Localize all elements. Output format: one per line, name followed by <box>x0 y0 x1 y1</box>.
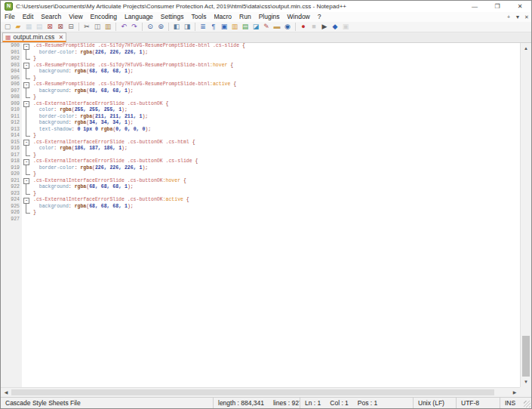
code-text[interactable]: } <box>31 56 36 63</box>
code-text[interactable]: } <box>31 94 36 101</box>
code-text[interactable] <box>31 217 33 223</box>
vertical-scrollbar[interactable]: ▲ ▼ <box>520 43 531 387</box>
status-insert-mode[interactable]: INS <box>500 398 531 408</box>
code-text[interactable]: border-color: rgba(211, 211, 211, 1); <box>31 114 148 121</box>
vertical-scrollbar-thumb[interactable] <box>522 336 530 377</box>
code-text[interactable]: } <box>31 133 36 140</box>
file-monitoring-eye-icon[interactable]: ◉ <box>283 22 293 32</box>
menu-file[interactable]: File <box>1 12 19 22</box>
close-file-icon[interactable]: ⊠ <box>45 22 55 32</box>
menu-encoding[interactable]: Encoding <box>87 12 121 22</box>
menu-window[interactable]: Window <box>284 12 314 22</box>
code-text[interactable]: color: rgba(255, 255, 255, 1); <box>31 107 128 114</box>
save-all-icon[interactable]: ▤ <box>35 22 45 32</box>
paste-icon[interactable]: ▥ <box>103 22 113 32</box>
cut-icon[interactable]: ✂ <box>82 22 92 32</box>
fold-collapse-icon[interactable]: - <box>22 140 31 146</box>
close-all-icon[interactable]: ⊠ <box>56 22 66 32</box>
fold-collapse-icon[interactable]: - <box>22 43 31 50</box>
code-text[interactable]: .cs-ResumePromptSlide .cs-5iTdy7HTuVG-Re… <box>31 43 245 50</box>
scroll-up-icon[interactable]: ▲ <box>521 43 531 54</box>
code-text[interactable]: border-color: rgba(226, 226, 226, 1); <box>31 50 148 57</box>
menu-edit[interactable]: Edit <box>19 12 38 22</box>
folder-as-workspace-icon[interactable]: ◪ <box>251 22 261 32</box>
copy-icon[interactable]: ◫ <box>93 22 103 32</box>
tab-close-icon[interactable]: ✕ <box>58 34 63 41</box>
code-text[interactable]: background: rgba(68, 68, 68, 1); <box>31 69 134 75</box>
fold-collapse-icon[interactable]: - <box>22 158 31 165</box>
code-text[interactable]: .cs-ResumePromptSlide .cs-5iTdy7HTuVG-Re… <box>31 63 233 69</box>
code-text[interactable]: .cs-ExternalInterfaceErrorSlide .cs-butt… <box>31 197 189 204</box>
open-file-icon[interactable]: ▰ <box>14 22 23 32</box>
code-text[interactable]: border-color: rgba(226, 226, 226, 1); <box>31 165 148 172</box>
menu-search[interactable]: Search <box>37 12 65 22</box>
code-text[interactable]: } <box>31 171 36 178</box>
replace-icon[interactable]: ⊚ <box>156 22 166 32</box>
menu-help[interactable]: ? <box>314 12 325 22</box>
scroll-left-icon[interactable]: ◀ <box>1 388 11 397</box>
show-all-characters-icon[interactable]: ¶ <box>209 22 219 32</box>
code-text[interactable]: } <box>31 191 36 198</box>
code-text[interactable]: background: rgba(68, 68, 68, 1); <box>31 88 134 95</box>
tab-output-min-css[interactable]: ▦ output.min.css ✕ <box>2 32 66 42</box>
status-encoding[interactable]: UTF-8 <box>456 398 500 408</box>
edit-html-icon[interactable]: ✎ <box>262 22 272 32</box>
save-file-icon[interactable]: ▦ <box>24 22 34 32</box>
menu-dropdown-icon[interactable]: ▼ <box>513 14 522 20</box>
horizontal-scrollbar[interactable]: ◀ ▶ <box>1 387 520 397</box>
menu-settings[interactable]: Settings <box>157 12 188 22</box>
code-text[interactable]: background: rgba(34, 34, 34, 1); <box>31 120 134 127</box>
code-text[interactable]: background: rgba(68, 68, 68, 1); <box>31 184 134 191</box>
code-text[interactable]: } <box>31 152 36 159</box>
horizontal-scrollbar-thumb[interactable] <box>11 389 494 395</box>
close-button[interactable]: ✕ <box>509 1 531 12</box>
fold-collapse-icon[interactable]: - <box>22 178 31 185</box>
code-text[interactable]: background: rgba(68, 68, 68, 1); <box>31 204 134 211</box>
word-wrap-icon[interactable]: ≣ <box>198 22 208 32</box>
menu-close-icon[interactable]: ✕ <box>522 14 531 20</box>
code-text[interactable]: color: rgba(186, 187, 186, 1); <box>31 146 128 152</box>
status-eol-format[interactable]: Unix (LF) <box>413 398 456 408</box>
macro-stop-icon[interactable]: ■ <box>309 22 319 32</box>
code-text[interactable]: } <box>31 75 36 82</box>
code-text[interactable]: } <box>31 210 36 217</box>
macro-record-icon[interactable]: ● <box>299 22 309 32</box>
code-text[interactable]: .cs-ExternalInterfaceErrorSlide .cs-butt… <box>31 158 198 165</box>
fold-collapse-icon[interactable]: - <box>22 81 31 88</box>
resize-grip[interactable] <box>524 401 530 407</box>
code-editor[interactable]: 900-.cs-ResumePromptSlide .cs-5iTdy7HTuV… <box>1 43 520 387</box>
sync-horizontal-scroll-icon[interactable]: ◨ <box>183 22 192 32</box>
function-list-icon[interactable]: ▣ <box>220 22 229 32</box>
menu-macro[interactable]: Macro <box>210 12 235 22</box>
restore-button[interactable]: ❐ <box>486 1 509 12</box>
undo-icon[interactable]: ↶ <box>119 22 129 32</box>
snapshot-icon[interactable]: ▬ <box>272 22 282 32</box>
scroll-right-icon[interactable]: ▶ <box>509 388 520 397</box>
code-text[interactable]: .cs-ExternalInterfaceErrorSlide .cs-butt… <box>31 140 195 146</box>
menu-tools[interactable]: Tools <box>188 12 211 22</box>
macro-play-icon[interactable]: ▶ <box>320 22 330 32</box>
document-list-icon[interactable]: ▤ <box>241 22 251 32</box>
menu-plugins[interactable]: Plugins <box>255 12 284 22</box>
sync-vertical-scroll-icon[interactable]: ◧ <box>172 22 182 32</box>
menu-plus-icon[interactable]: + <box>504 14 513 20</box>
redo-icon[interactable]: ↷ <box>130 22 140 32</box>
scroll-down-icon[interactable]: ▼ <box>521 377 531 387</box>
fold-collapse-icon[interactable]: - <box>22 63 31 69</box>
new-file-icon[interactable]: ▢ <box>3 22 13 32</box>
menu-view[interactable]: View <box>65 12 86 22</box>
macro-save-icon[interactable]: ◆ <box>331 22 340 32</box>
find-icon[interactable]: ⊙ <box>146 22 155 32</box>
fold-collapse-icon[interactable]: - <box>22 101 31 108</box>
minimize-button[interactable]: — <box>463 1 486 12</box>
menu-language[interactable]: Language <box>121 12 157 22</box>
print-icon[interactable]: ⊟ <box>66 22 76 32</box>
menu-run[interactable]: Run <box>235 12 255 22</box>
fold-collapse-icon[interactable]: - <box>22 197 31 204</box>
code-text[interactable]: .cs-ExternalInterfaceErrorSlide .cs-butt… <box>31 101 168 108</box>
code-text[interactable]: .cs-ExternalInterfaceErrorSlide .cs-butt… <box>31 178 186 185</box>
macro-run-multiple-icon[interactable]: ▣ <box>341 22 351 32</box>
document-map-icon[interactable]: ▥ <box>230 22 240 32</box>
code-text[interactable]: text-shadow: 0 1px 0 rgba(0, 0, 0, 0); <box>31 127 151 134</box>
code-text[interactable]: .cs-ResumePromptSlide .cs-5iTdy7HTuVG-Re… <box>31 81 236 88</box>
